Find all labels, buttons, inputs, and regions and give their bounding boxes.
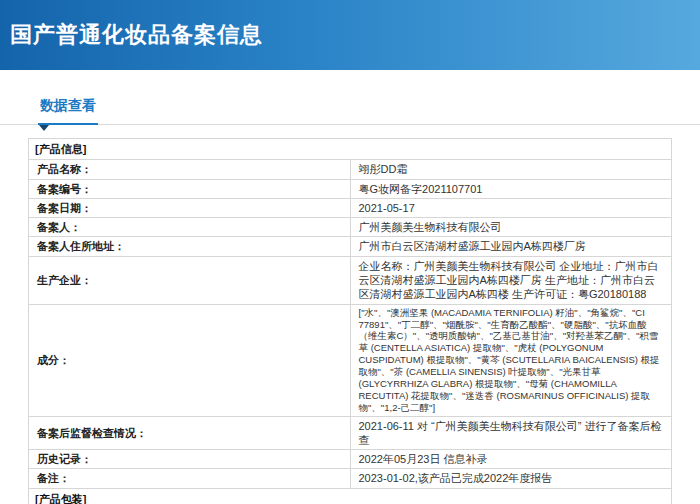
row-value: 粤G妆网备字2021107701 xyxy=(350,179,672,198)
row-ingredients: 成分： ["水"、"澳洲坚果 (MACADAMIA TERNIFOLIA) 籽油… xyxy=(29,304,672,416)
page-header: 国产普通化妆品备案信息 xyxy=(0,0,700,70)
row-label: 产品名称： xyxy=(29,160,351,179)
row-value: 广州美颜美生物科技有限公司 xyxy=(350,218,672,237)
row-remarks: 备注： 2023-01-02,该产品已完成2022年度报告 xyxy=(29,469,672,488)
row-value: ["水"、"澳洲坚果 (MACADAMIA TERNIFOLIA) 籽油"、"角… xyxy=(350,304,672,416)
row-value: 翊彤DD霜 xyxy=(350,160,672,179)
row-value: 2021-05-17 xyxy=(350,198,672,217)
row-value: 广州市白云区清湖村盛源工业园内A栋四楼厂房 xyxy=(350,237,672,256)
section-title: [产品包装] xyxy=(29,488,672,504)
row-value: 2022年05月23日 信息补录 xyxy=(350,450,672,469)
row-supervision-check: 备案后监督检查情况： 2021-06-11 对 “广州美颜美生物科技有限公司” … xyxy=(29,416,672,450)
row-label: 成分： xyxy=(29,304,351,416)
section-product-info: [产品信息] xyxy=(29,139,672,160)
page-title: 国产普通化妆品备案信息 xyxy=(0,20,263,50)
row-label: 备案人： xyxy=(29,218,351,237)
row-product-name: 产品名称： 翊彤DD霜 xyxy=(29,160,672,179)
row-value: 企业名称：广州美颜美生物科技有限公司 企业地址：广州市白云区清湖村盛源工业园内A… xyxy=(350,256,672,304)
row-value: 2023-01-02,该产品已完成2022年度报告 xyxy=(350,469,672,488)
row-label: 历史记录： xyxy=(29,450,351,469)
row-filing-number: 备案编号： 粤G妆网备字2021107701 xyxy=(29,179,672,198)
section-title: [产品信息] xyxy=(29,139,672,160)
row-label: 备案后监督检查情况： xyxy=(29,416,351,450)
row-filer-address: 备案人住所地址： 广州市白云区清湖村盛源工业园内A栋四楼厂房 xyxy=(29,237,672,256)
row-history: 历史记录： 2022年05月23日 信息补录 xyxy=(29,450,672,469)
row-manufacturer: 生产企业： 企业名称：广州美颜美生物科技有限公司 企业地址：广州市白云区清湖村盛… xyxy=(29,256,672,304)
section-packaging: [产品包装] xyxy=(29,488,672,504)
row-label: 备注： xyxy=(29,469,351,488)
filing-info-table: [产品信息] 产品名称： 翊彤DD霜 备案编号： 粤G妆网备字202110770… xyxy=(28,138,672,504)
main-content: [产品信息] 产品名称： 翊彤DD霜 备案编号： 粤G妆网备字202110770… xyxy=(0,125,700,504)
row-label: 备案人住所地址： xyxy=(29,237,351,256)
tab-active-caret-icon xyxy=(39,125,49,131)
row-value: 2021-06-11 对 “广州美颜美生物科技有限公司” 进行了备案后检查 xyxy=(350,416,672,450)
row-label: 备案编号： xyxy=(29,179,351,198)
tab-data-view[interactable]: 数据查看 xyxy=(38,97,98,125)
row-filing-date: 备案日期： 2021-05-17 xyxy=(29,198,672,217)
tab-label: 数据查看 xyxy=(40,97,96,113)
row-label: 备案日期： xyxy=(29,198,351,217)
row-label: 生产企业： xyxy=(29,256,351,304)
page: 国产普通化妆品备案信息 数据查看 [产品信息] 产品名称： 翊彤DD霜 备案编号… xyxy=(0,0,700,504)
row-filer: 备案人： 广州美颜美生物科技有限公司 xyxy=(29,218,672,237)
tab-bar: 数据查看 xyxy=(0,92,700,125)
